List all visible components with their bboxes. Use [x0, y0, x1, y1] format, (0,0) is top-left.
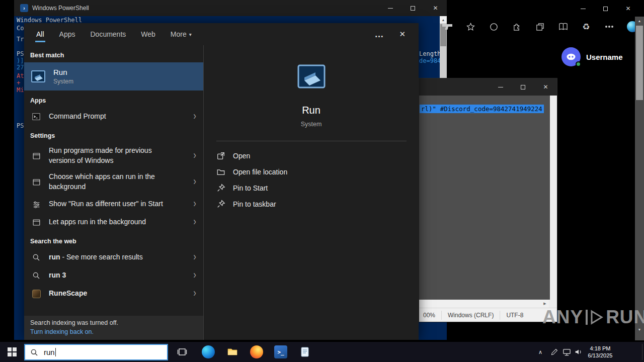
- notepad-text-area[interactable]: rl)" #Discord_code=9842741949224: [419, 96, 557, 300]
- book-icon[interactable]: [557, 21, 569, 32]
- page-scrollbar[interactable]: ▲ ▼: [635, 17, 644, 340]
- taskbar-firefox[interactable]: [247, 342, 267, 362]
- windows-stack-icon[interactable]: [534, 21, 545, 32]
- clock[interactable]: 4:18 PM 6/13/2025: [584, 342, 617, 362]
- result-web-runescape[interactable]: RuneScape ›: [24, 285, 203, 303]
- section-header-web: Search the web: [24, 231, 203, 248]
- chevron-right-icon[interactable]: ›: [193, 251, 203, 264]
- section-header-best-match: Best match: [24, 45, 203, 62]
- result-setting-compat[interactable]: Run programs made for previous versions …: [24, 143, 203, 169]
- show-desktop-button[interactable]: [642, 344, 644, 360]
- chevron-right-icon[interactable]: ›: [193, 150, 203, 162]
- chevron-right-icon[interactable]: ›: [193, 111, 203, 123]
- scroll-up-icon[interactable]: ▲: [635, 17, 644, 25]
- close-button[interactable]: ✕: [534, 78, 557, 96]
- volume-tray-icon[interactable]: [573, 342, 585, 362]
- web-query: run 3: [49, 271, 66, 279]
- background-window-controls[interactable]: ✕: [572, 2, 639, 15]
- sliders-icon: [30, 200, 42, 209]
- indexing-link[interactable]: Turn indexing back on.: [30, 328, 203, 335]
- tab-more[interactable]: More ▾: [170, 23, 193, 45]
- notepad-titlebar[interactable]: ✕: [419, 78, 557, 96]
- status-encoding: UTF-8: [500, 311, 529, 320]
- online-status-dot: [576, 61, 581, 67]
- maximize-button[interactable]: [512, 78, 534, 96]
- tab-web[interactable]: Web: [140, 23, 156, 45]
- taskbar-edge[interactable]: [198, 342, 218, 362]
- minimize-button[interactable]: [489, 78, 512, 96]
- firefox-icon: [250, 345, 263, 358]
- search-close-button[interactable]: ✕: [399, 30, 406, 39]
- preview-subtitle: System: [301, 121, 322, 128]
- action-pin-to-start[interactable]: Pin to Start: [216, 180, 287, 196]
- action-pin-to-taskbar[interactable]: Pin to taskbar: [216, 196, 287, 212]
- selected-text[interactable]: rl)" #Discord_code=9842741949224: [420, 105, 544, 113]
- maximize-button[interactable]: [594, 2, 617, 15]
- discord-avatar[interactable]: [561, 47, 581, 66]
- search-options-button[interactable]: …: [374, 32, 384, 37]
- result-label: Show "Run as different user" in Start: [49, 199, 163, 209]
- action-open-file-location[interactable]: Open file location: [216, 164, 287, 180]
- notepad-vertical-scrollbar[interactable]: [550, 96, 557, 300]
- result-setting-background-apps[interactable]: Choose which apps can run in the backgro…: [24, 169, 203, 195]
- user-chip[interactable]: Username: [561, 47, 623, 66]
- tab-apps[interactable]: Apps: [58, 23, 76, 45]
- result-setting-let-apps-run[interactable]: Let apps run in the background ›: [24, 213, 203, 231]
- star-icon[interactable]: [465, 21, 476, 32]
- scrollbar-thumb[interactable]: [636, 26, 643, 100]
- result-label: Command Prompt: [49, 112, 106, 122]
- maximize-button[interactable]: [401, 0, 424, 16]
- section-header-settings: Settings: [24, 126, 203, 143]
- tab-label: Apps: [59, 30, 75, 38]
- close-button[interactable]: ✕: [424, 0, 447, 16]
- run-app-icon-large: [295, 60, 328, 93]
- gun-icon[interactable]: [442, 21, 453, 32]
- username-label: Username: [586, 53, 623, 61]
- search-input-value[interactable]: run: [44, 348, 55, 356]
- result-web-run[interactable]: run - See more search results ›: [24, 248, 203, 266]
- circle-icon[interactable]: [488, 21, 499, 32]
- powershell-titlebar[interactable]: › Windows PowerShell ✕: [14, 0, 447, 16]
- network-tray-icon[interactable]: [560, 342, 573, 362]
- chevron-right-icon[interactable]: ›: [193, 269, 203, 282]
- minimize-button[interactable]: [379, 0, 401, 16]
- recycle-icon[interactable]: ♻: [581, 21, 592, 32]
- chevron-right-icon[interactable]: ›: [193, 176, 203, 189]
- tab-all[interactable]: All: [35, 23, 45, 45]
- chevron-right-icon[interactable]: ›: [193, 198, 203, 211]
- search-icon: [30, 272, 42, 280]
- hidden-icons-button[interactable]: ∧: [535, 342, 545, 362]
- taskbar-powershell[interactable]: >_: [271, 342, 291, 362]
- more-dots-icon[interactable]: [604, 21, 615, 32]
- pen-tray-icon[interactable]: [548, 342, 559, 362]
- search-preview-pane: Run System Open Open file location: [203, 45, 419, 340]
- chevron-right-icon[interactable]: ›: [193, 216, 203, 229]
- notepad-window[interactable]: ✕ rl)" #Discord_code=9842741949224 ▶ 00%…: [419, 78, 557, 322]
- notepad-status-bar: 00% Windows (CRLF) UTF-8: [419, 308, 557, 322]
- console-line: Co: [17, 25, 24, 32]
- minimize-icon: [498, 87, 503, 87]
- chevron-right-icon[interactable]: ›: [193, 288, 203, 300]
- close-button[interactable]: ✕: [617, 2, 639, 15]
- tab-documents[interactable]: Documents: [89, 23, 127, 45]
- minimize-button[interactable]: [572, 2, 594, 15]
- console-error-line: Mi: [17, 86, 24, 94]
- result-setting-run-as[interactable]: Show "Run as different user" in Start ›: [24, 195, 203, 213]
- result-run-app[interactable]: Run System: [24, 62, 203, 90]
- taskbar-search-box[interactable]: run: [24, 344, 168, 360]
- result-web-run3[interactable]: run 3 ›: [24, 266, 203, 285]
- discord-logo-icon: [565, 51, 577, 63]
- notepad-horizontal-scrollbar[interactable]: ▶: [419, 300, 557, 308]
- taskbar-notepad[interactable]: [295, 342, 315, 362]
- console-line: Length: [419, 50, 441, 57]
- action-open[interactable]: Open: [216, 148, 287, 164]
- start-button[interactable]: [0, 342, 24, 362]
- console-line: de=984: [419, 57, 441, 64]
- extensions-puzzle-icon[interactable]: [511, 21, 522, 32]
- maximize-icon: [603, 7, 608, 11]
- task-view-button[interactable]: [172, 342, 192, 362]
- taskbar-file-explorer[interactable]: [222, 342, 243, 362]
- web-query: run: [49, 253, 60, 261]
- web-query: RuneScape: [49, 289, 87, 297]
- result-command-prompt[interactable]: Command Prompt ›: [24, 108, 203, 126]
